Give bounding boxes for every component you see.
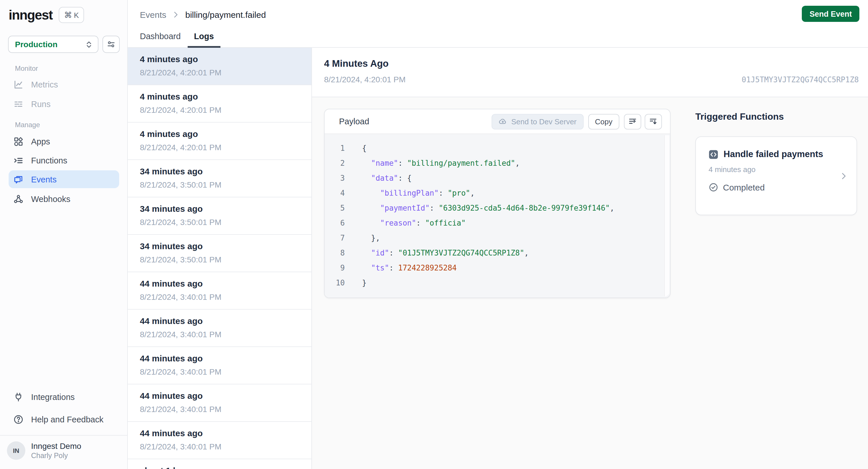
event-list-item[interactable]: about 1 hour ago xyxy=(128,459,311,469)
environment-settings-button[interactable] xyxy=(102,36,120,53)
code-function-icon xyxy=(709,149,718,159)
event-relative-time: 34 minutes ago xyxy=(140,204,311,214)
payload-header: Payload Send to Dev Server Copy xyxy=(324,110,670,134)
chevron-up-down-icon xyxy=(85,40,93,49)
breadcrumb: Events billing/payment.failed xyxy=(140,10,266,20)
breadcrumb-events-link[interactable]: Events xyxy=(140,10,166,20)
event-timestamp: 8/21/2024, 3:50:01 PM xyxy=(140,255,311,264)
function-run-time: 4 minutes ago xyxy=(709,165,844,174)
sidebar-item-runs[interactable]: Runs xyxy=(9,95,119,113)
event-timestamp: 8/21/2024, 4:20:01 PM xyxy=(140,68,311,77)
chart-line-icon xyxy=(13,79,24,90)
check-circle-icon xyxy=(709,182,718,192)
sidebar-item-label: Runs xyxy=(31,99,51,108)
code-line: 10} xyxy=(324,276,670,291)
payload-card: Payload Send to Dev Server Copy xyxy=(324,109,671,298)
event-list-item[interactable]: 34 minutes ago 8/21/2024, 3:50:01 PM xyxy=(128,197,311,235)
payload-title: Payload xyxy=(339,117,492,126)
event-timestamp: 8/21/2024, 4:20:01 PM xyxy=(140,105,311,115)
word-wrap-icon-button[interactable] xyxy=(624,114,641,129)
triggered-functions-heading: Triggered Functions xyxy=(695,112,784,122)
list-dashes-icon xyxy=(13,99,24,109)
event-relative-time: 44 minutes ago xyxy=(140,353,311,363)
line-content: { xyxy=(362,144,367,153)
event-relative-time: 4 minutes ago xyxy=(140,129,311,139)
event-list-item[interactable]: 4 minutes ago 8/21/2024, 4:20:01 PM xyxy=(128,123,311,160)
event-list-item[interactable]: 44 minutes ago 8/21/2024, 3:40:01 PM xyxy=(128,384,311,422)
event-list-item[interactable]: 44 minutes ago 8/21/2024, 3:40:01 PM xyxy=(128,272,311,310)
wrap-lines-icon xyxy=(628,117,637,126)
section-label-manage: Manage xyxy=(15,121,40,129)
line-content: }, xyxy=(362,233,380,242)
sidebar-item-label: Integrations xyxy=(31,392,75,401)
code-lines: 1{ 2 "name": "billing/payment.failed", 3… xyxy=(324,141,670,291)
chevron-right-icon xyxy=(172,11,180,19)
tab-bar: Dashboard Logs xyxy=(140,32,220,48)
breadcrumb-current: billing/payment.failed xyxy=(185,10,266,20)
sidebar-item-label: Help and Feedback xyxy=(31,415,103,424)
event-detail: 4 Minutes Ago 8/21/2024, 4:20:01 PM 01J5… xyxy=(312,48,868,469)
function-name: Handle failed payments xyxy=(723,149,823,159)
event-relative-time: 4 minutes ago xyxy=(140,54,311,64)
event-list-item[interactable]: 4 minutes ago 8/21/2024, 4:20:01 PM xyxy=(128,85,311,123)
sidebar-item-functions[interactable]: Functions xyxy=(9,151,119,169)
send-to-dev-server-button[interactable]: Send to Dev Server xyxy=(492,114,583,129)
expand-payload-icon-button[interactable] xyxy=(645,114,662,129)
triggered-function-card[interactable]: Handle failed payments 4 minutes ago Com… xyxy=(695,136,857,215)
tab-logs[interactable]: Logs xyxy=(188,32,220,48)
event-relative-time: 34 minutes ago xyxy=(140,241,311,251)
function-status: Completed xyxy=(723,182,765,192)
line-content: "ts": 1724228925284 xyxy=(362,263,457,272)
event-detail-timestamp: 8/21/2024, 4:20:01 PM xyxy=(324,75,405,84)
tab-dashboard[interactable]: Dashboard xyxy=(140,32,181,48)
sidebar-item-events[interactable]: Events xyxy=(9,170,119,188)
event-id: 01J5TMY3VJTZ2QG74QCC5RP1Z8 xyxy=(742,75,859,84)
event-list-item[interactable]: 44 minutes ago 8/21/2024, 3:40:01 PM xyxy=(128,422,311,459)
code-scrollbar[interactable] xyxy=(664,135,670,296)
line-number: 8 xyxy=(324,246,345,261)
sidebar: inngest ⌘ K Production Monitor xyxy=(0,0,128,469)
line-number: 7 xyxy=(324,231,345,246)
payload-code: 1{ 2 "name": "billing/payment.failed", 3… xyxy=(324,134,670,298)
event-timestamp: 8/21/2024, 3:50:01 PM xyxy=(140,180,311,189)
environment-select[interactable]: Production xyxy=(8,36,98,53)
topbar: Events billing/payment.failed Dashboard … xyxy=(128,0,868,48)
sidebar-item-webhooks[interactable]: Webhooks xyxy=(9,190,119,208)
sidebar-item-metrics[interactable]: Metrics xyxy=(9,75,119,93)
line-number: 5 xyxy=(324,201,345,216)
event-timestamp: 8/21/2024, 4:20:01 PM xyxy=(140,143,311,152)
line-content: "paymentId": "6303d925-cda5-4d64-8b2e-99… xyxy=(362,204,615,212)
line-number: 2 xyxy=(324,156,345,171)
sidebar-item-label: Functions xyxy=(31,156,67,165)
send-event-button[interactable]: Send Event xyxy=(802,6,859,22)
copy-button[interactable]: Copy xyxy=(588,114,619,129)
sidebar-item-help[interactable]: Help and Feedback xyxy=(9,410,119,428)
lines-arrow-down-icon xyxy=(649,117,658,126)
event-list-item[interactable]: 44 minutes ago 8/21/2024, 3:40:01 PM xyxy=(128,347,311,384)
event-relative-time: 4 minutes ago xyxy=(140,92,311,101)
line-number: 6 xyxy=(324,216,345,231)
event-relative-time: 44 minutes ago xyxy=(140,316,311,326)
event-list-item[interactable]: 34 minutes ago 8/21/2024, 3:50:01 PM xyxy=(128,160,311,197)
cloud-download-icon xyxy=(498,117,507,126)
code-line: 8 "id": "01J5TMY3VJTZ2QG74QCC5RP1Z8", xyxy=(324,246,670,261)
webhook-icon xyxy=(13,194,24,204)
event-timestamp: 8/21/2024, 3:50:01 PM xyxy=(140,218,311,227)
sliders-icon xyxy=(106,40,116,49)
code-line: 2 "name": "billing/payment.failed", xyxy=(324,156,670,171)
event-relative-time: about 1 hour ago xyxy=(140,466,311,469)
event-list-item[interactable]: 44 minutes ago 8/21/2024, 3:40:01 PM xyxy=(128,310,311,347)
user-menu[interactable]: IN Inngest Demo Charly Poly xyxy=(7,441,81,460)
user-name: Charly Poly xyxy=(31,452,81,460)
event-list-item[interactable]: 34 minutes ago 8/21/2024, 3:50:01 PM xyxy=(128,235,311,272)
event-list-item[interactable]: 4 minutes ago 8/21/2024, 4:20:01 PM xyxy=(128,48,311,85)
sidebar-item-apps[interactable]: Apps xyxy=(9,132,119,150)
command-k-button[interactable]: ⌘ K xyxy=(59,7,84,23)
line-number: 10 xyxy=(324,276,345,291)
event-list: 4 minutes ago 8/21/2024, 4:20:01 PM 4 mi… xyxy=(128,48,312,469)
help-circle-icon xyxy=(13,414,24,425)
code-line: 1{ xyxy=(324,141,670,156)
sidebar-item-integrations[interactable]: Integrations xyxy=(9,388,119,406)
code-line: 7 }, xyxy=(324,231,670,246)
code-line: 5 "paymentId": "6303d925-cda5-4d64-8b2e-… xyxy=(324,201,670,216)
